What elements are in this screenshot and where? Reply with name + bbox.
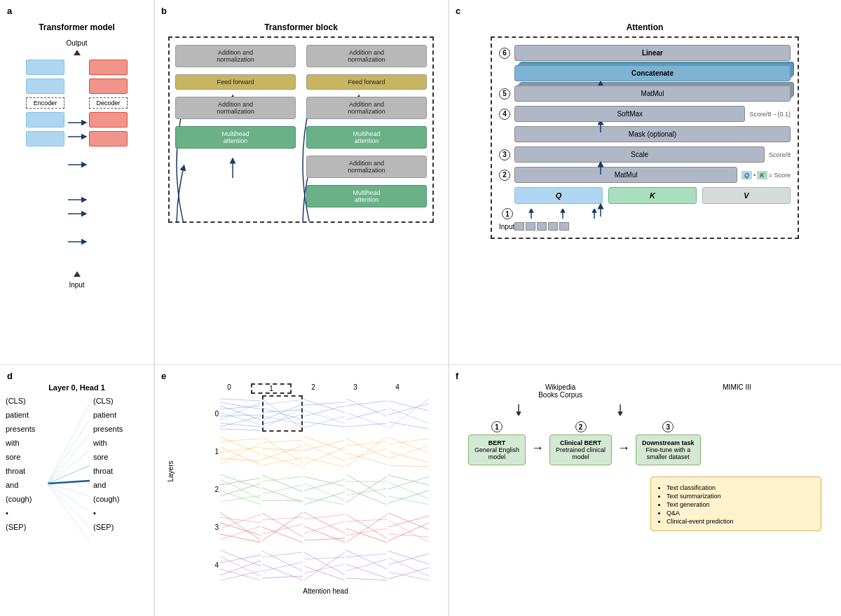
svg-line-158 xyxy=(220,569,261,580)
svg-line-170 xyxy=(304,552,345,580)
panel-f-label: f xyxy=(456,371,458,381)
svg-line-141 xyxy=(304,514,345,519)
softmax-note: Score/8→(0.1) xyxy=(749,111,791,118)
svg-line-108 xyxy=(220,495,261,502)
svg-line-107 xyxy=(220,484,261,496)
svg-line-131 xyxy=(220,523,261,535)
svg-line-94 xyxy=(346,442,387,446)
transformer-model: Output Encoder xyxy=(7,39,146,289)
svg-line-42 xyxy=(220,399,261,401)
col-2: 2 xyxy=(293,383,334,394)
enc-add-norm-top: Addition andnormalization xyxy=(175,45,296,67)
panel-b: b Transformer block xyxy=(154,0,449,364)
svg-line-100 xyxy=(388,451,429,463)
svg-line-162 xyxy=(262,552,303,557)
q-box: Q xyxy=(514,187,603,204)
svg-line-133 xyxy=(220,534,261,542)
attention-vis-lines xyxy=(48,396,90,557)
svg-line-37 xyxy=(48,481,90,484)
panel-f: f Wikipedia Books Corpus MIMIC III xyxy=(449,364,841,616)
svg-line-51 xyxy=(220,429,261,430)
cell-3-1 xyxy=(262,509,303,545)
svg-line-167 xyxy=(304,557,345,559)
svg-line-64 xyxy=(304,422,345,427)
matmul-note: Q • K = Score xyxy=(741,171,791,179)
panel-d-title: Layer 0, Head 1 xyxy=(6,383,148,392)
panel-e: e 0 1 2 3 4 Layers 0 1 2 3 4 xyxy=(154,364,449,616)
svg-line-160 xyxy=(220,571,261,580)
cell-1-3 xyxy=(346,433,387,470)
step-6-num: 6 xyxy=(499,48,510,59)
svg-line-72 xyxy=(388,408,429,423)
step-1-num: 1 xyxy=(502,208,513,219)
cell-0-3 xyxy=(346,395,387,432)
svg-line-143 xyxy=(304,521,345,533)
cell-2-2 xyxy=(304,471,345,507)
svg-line-93 xyxy=(346,439,387,458)
svg-line-119 xyxy=(346,474,387,498)
bert-step-1-num: 1 xyxy=(491,421,502,432)
svg-line-83 xyxy=(262,440,303,443)
cell-3-2 xyxy=(304,509,345,545)
svg-line-46 xyxy=(220,413,261,425)
cell-4-2 xyxy=(304,547,345,583)
bert-tasks: Text classification Text summarization T… xyxy=(650,477,821,531)
svg-line-115 xyxy=(304,484,345,500)
svg-line-121 xyxy=(346,488,387,505)
svg-line-106 xyxy=(220,491,261,505)
svg-line-124 xyxy=(388,475,429,485)
dec-multihead2: Multiheadattention xyxy=(306,185,427,207)
bert-step-2-num: 2 xyxy=(575,421,587,432)
svg-line-39 xyxy=(48,484,90,512)
svg-line-118 xyxy=(304,492,345,505)
input-cell-2 xyxy=(526,222,535,231)
cell-0-1 xyxy=(262,395,303,432)
row-1: 1 xyxy=(207,433,219,470)
svg-line-67 xyxy=(346,401,387,406)
cell-0-4 xyxy=(388,395,429,432)
scale-box: Scale xyxy=(514,146,765,163)
svg-line-104 xyxy=(220,479,261,499)
v-box: V xyxy=(702,187,791,204)
svg-line-137 xyxy=(262,527,303,542)
svg-line-59 xyxy=(264,409,301,428)
svg-line-97 xyxy=(346,437,387,467)
svg-line-152 xyxy=(388,516,429,527)
col-4: 4 xyxy=(377,383,418,394)
svg-line-101 xyxy=(388,446,429,458)
svg-line-147 xyxy=(346,528,387,542)
svg-line-34 xyxy=(48,434,90,484)
transformer-arrows xyxy=(22,60,131,270)
cell-1-4 xyxy=(388,433,429,470)
svg-line-153 xyxy=(388,534,429,537)
divider-ab xyxy=(154,0,155,616)
svg-line-148 xyxy=(346,528,387,535)
step-5-num: 5 xyxy=(499,88,510,100)
cell-1-2 xyxy=(304,433,345,470)
svg-line-32 xyxy=(48,404,90,484)
words-left: (CLS) patient presents with sore throat … xyxy=(6,396,44,557)
row-4: 4 xyxy=(207,547,219,583)
output-arrow xyxy=(74,50,81,55)
cell-2-0 xyxy=(220,471,261,507)
svg-line-85 xyxy=(262,454,303,467)
panel-d-label: d xyxy=(7,371,13,381)
step-3-num: 3 xyxy=(499,149,510,160)
svg-line-127 xyxy=(388,496,429,505)
svg-line-136 xyxy=(262,517,303,520)
cell-2-4 xyxy=(388,471,429,507)
svg-line-125 xyxy=(388,482,429,499)
panel-c: c Attention 6 xyxy=(449,0,841,364)
row-2: 2 xyxy=(207,471,219,507)
matmul1-box: MatMul xyxy=(514,167,737,183)
cell-2-3 xyxy=(346,471,387,507)
svg-line-140 xyxy=(304,512,345,533)
source2-arrow xyxy=(617,404,624,416)
input-label-c: Input xyxy=(499,223,510,231)
row-0: 0 xyxy=(207,395,219,432)
cell-0-0 xyxy=(220,395,261,432)
svg-line-134 xyxy=(220,526,261,540)
matmul2-box: MatMul xyxy=(514,85,791,102)
row-3: 3 xyxy=(207,509,219,545)
input-cell-1 xyxy=(514,222,524,231)
